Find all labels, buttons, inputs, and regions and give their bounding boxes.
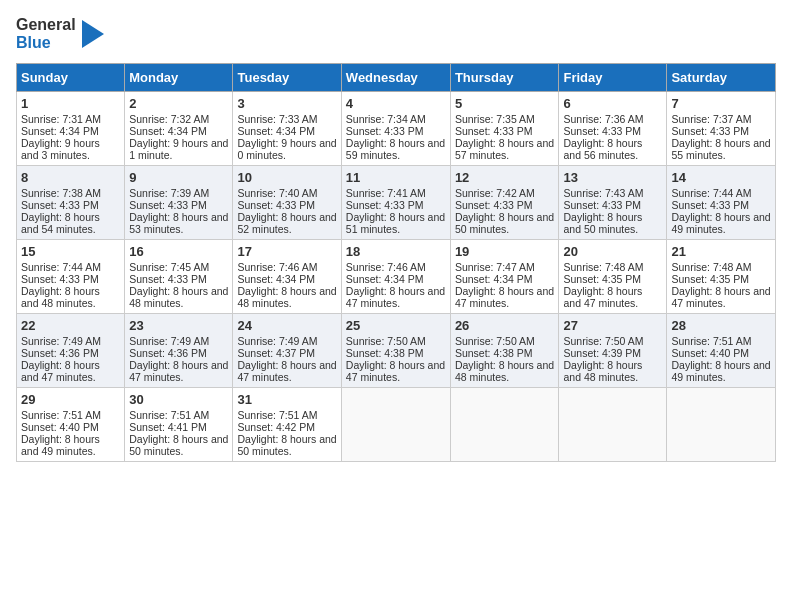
day-header: Saturday [667, 63, 776, 91]
daylight-text: Daylight: 8 hours and 49 minutes. [671, 211, 770, 235]
sunset-text: Sunset: 4:36 PM [129, 347, 207, 359]
day-number: 28 [671, 318, 771, 333]
day-number: 10 [237, 170, 336, 185]
day-number: 17 [237, 244, 336, 259]
sunset-text: Sunset: 4:33 PM [237, 199, 315, 211]
sunset-text: Sunset: 4:41 PM [129, 421, 207, 433]
sunset-text: Sunset: 4:33 PM [21, 199, 99, 211]
day-number: 25 [346, 318, 446, 333]
daylight-text: Daylight: 8 hours and 50 minutes. [129, 433, 228, 457]
daylight-text: Daylight: 8 hours and 51 minutes. [346, 211, 445, 235]
sunset-text: Sunset: 4:38 PM [455, 347, 533, 359]
calendar-cell: 5Sunrise: 7:35 AMSunset: 4:33 PMDaylight… [450, 91, 559, 165]
day-number: 21 [671, 244, 771, 259]
calendar-week-row: 8Sunrise: 7:38 AMSunset: 4:33 PMDaylight… [17, 165, 776, 239]
sunrise-text: Sunrise: 7:48 AM [671, 261, 751, 273]
daylight-text: Daylight: 8 hours and 50 minutes. [563, 211, 642, 235]
day-number: 3 [237, 96, 336, 111]
sunset-text: Sunset: 4:40 PM [21, 421, 99, 433]
calendar-cell: 22Sunrise: 7:49 AMSunset: 4:36 PMDayligh… [17, 313, 125, 387]
sunset-text: Sunset: 4:36 PM [21, 347, 99, 359]
calendar-cell: 2Sunrise: 7:32 AMSunset: 4:34 PMDaylight… [125, 91, 233, 165]
day-number: 11 [346, 170, 446, 185]
daylight-text: Daylight: 8 hours and 47 minutes. [455, 285, 554, 309]
sunrise-text: Sunrise: 7:32 AM [129, 113, 209, 125]
daylight-text: Daylight: 8 hours and 49 minutes. [21, 433, 100, 457]
calendar-cell: 19Sunrise: 7:47 AMSunset: 4:34 PMDayligh… [450, 239, 559, 313]
sunrise-text: Sunrise: 7:38 AM [21, 187, 101, 199]
calendar-cell: 16Sunrise: 7:45 AMSunset: 4:33 PMDayligh… [125, 239, 233, 313]
day-number: 9 [129, 170, 228, 185]
sunset-text: Sunset: 4:33 PM [563, 199, 641, 211]
calendar-cell [341, 387, 450, 461]
daylight-text: Daylight: 8 hours and 47 minutes. [237, 359, 336, 383]
day-header: Wednesday [341, 63, 450, 91]
sunset-text: Sunset: 4:34 PM [346, 273, 424, 285]
sunset-text: Sunset: 4:33 PM [129, 273, 207, 285]
calendar-cell: 1Sunrise: 7:31 AMSunset: 4:34 PMDaylight… [17, 91, 125, 165]
calendar-cell [667, 387, 776, 461]
sunset-text: Sunset: 4:34 PM [237, 125, 315, 137]
daylight-text: Daylight: 8 hours and 59 minutes. [346, 137, 445, 161]
day-number: 7 [671, 96, 771, 111]
calendar-cell: 30Sunrise: 7:51 AMSunset: 4:41 PMDayligh… [125, 387, 233, 461]
sunrise-text: Sunrise: 7:49 AM [129, 335, 209, 347]
sunrise-text: Sunrise: 7:43 AM [563, 187, 643, 199]
daylight-text: Daylight: 8 hours and 47 minutes. [21, 359, 100, 383]
day-header: Tuesday [233, 63, 341, 91]
calendar-cell: 13Sunrise: 7:43 AMSunset: 4:33 PMDayligh… [559, 165, 667, 239]
day-number: 24 [237, 318, 336, 333]
calendar-cell: 21Sunrise: 7:48 AMSunset: 4:35 PMDayligh… [667, 239, 776, 313]
sunrise-text: Sunrise: 7:44 AM [671, 187, 751, 199]
sunrise-text: Sunrise: 7:31 AM [21, 113, 101, 125]
day-number: 2 [129, 96, 228, 111]
logo-general-text: General [16, 16, 76, 34]
day-number: 22 [21, 318, 120, 333]
sunset-text: Sunset: 4:35 PM [671, 273, 749, 285]
daylight-text: Daylight: 8 hours and 50 minutes. [237, 433, 336, 457]
sunset-text: Sunset: 4:34 PM [237, 273, 315, 285]
calendar-cell: 20Sunrise: 7:48 AMSunset: 4:35 PMDayligh… [559, 239, 667, 313]
logo: General Blue [16, 16, 104, 53]
sunrise-text: Sunrise: 7:51 AM [129, 409, 209, 421]
daylight-text: Daylight: 8 hours and 48 minutes. [129, 285, 228, 309]
calendar-body: 1Sunrise: 7:31 AMSunset: 4:34 PMDaylight… [17, 91, 776, 461]
sunset-text: Sunset: 4:33 PM [346, 199, 424, 211]
daylight-text: Daylight: 8 hours and 48 minutes. [455, 359, 554, 383]
sunset-text: Sunset: 4:33 PM [455, 125, 533, 137]
day-number: 6 [563, 96, 662, 111]
daylight-text: Daylight: 8 hours and 49 minutes. [671, 359, 770, 383]
calendar-cell: 14Sunrise: 7:44 AMSunset: 4:33 PMDayligh… [667, 165, 776, 239]
sunset-text: Sunset: 4:39 PM [563, 347, 641, 359]
daylight-text: Daylight: 8 hours and 54 minutes. [21, 211, 100, 235]
sunrise-text: Sunrise: 7:36 AM [563, 113, 643, 125]
daylight-text: Daylight: 8 hours and 47 minutes. [346, 359, 445, 383]
sunrise-text: Sunrise: 7:35 AM [455, 113, 535, 125]
sunrise-text: Sunrise: 7:33 AM [237, 113, 317, 125]
sunrise-text: Sunrise: 7:50 AM [563, 335, 643, 347]
calendar-cell: 7Sunrise: 7:37 AMSunset: 4:33 PMDaylight… [667, 91, 776, 165]
sunset-text: Sunset: 4:33 PM [129, 199, 207, 211]
daylight-text: Daylight: 8 hours and 48 minutes. [563, 359, 642, 383]
calendar-cell: 28Sunrise: 7:51 AMSunset: 4:40 PMDayligh… [667, 313, 776, 387]
calendar-cell: 27Sunrise: 7:50 AMSunset: 4:39 PMDayligh… [559, 313, 667, 387]
day-number: 19 [455, 244, 555, 259]
day-number: 4 [346, 96, 446, 111]
calendar-cell: 10Sunrise: 7:40 AMSunset: 4:33 PMDayligh… [233, 165, 341, 239]
sunset-text: Sunset: 4:37 PM [237, 347, 315, 359]
sunset-text: Sunset: 4:33 PM [563, 125, 641, 137]
svg-marker-0 [82, 20, 104, 48]
day-number: 13 [563, 170, 662, 185]
sunrise-text: Sunrise: 7:51 AM [671, 335, 751, 347]
calendar-week-row: 29Sunrise: 7:51 AMSunset: 4:40 PMDayligh… [17, 387, 776, 461]
sunrise-text: Sunrise: 7:45 AM [129, 261, 209, 273]
sunset-text: Sunset: 4:33 PM [455, 199, 533, 211]
day-number: 20 [563, 244, 662, 259]
sunset-text: Sunset: 4:33 PM [671, 199, 749, 211]
day-number: 18 [346, 244, 446, 259]
calendar-cell: 18Sunrise: 7:46 AMSunset: 4:34 PMDayligh… [341, 239, 450, 313]
daylight-text: Daylight: 8 hours and 56 minutes. [563, 137, 642, 161]
day-number: 15 [21, 244, 120, 259]
day-number: 1 [21, 96, 120, 111]
day-header: Thursday [450, 63, 559, 91]
